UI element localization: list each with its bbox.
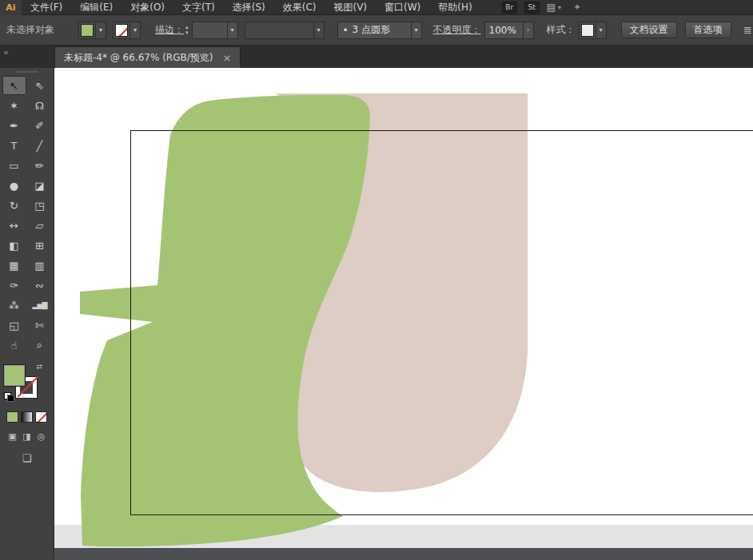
eyedropper-tool-icon: ✑ [10, 280, 18, 292]
blend-tool-icon: ∾ [35, 280, 44, 292]
stroke-label[interactable]: 描边： [155, 23, 184, 37]
hand-tool[interactable]: ☝ [2, 336, 26, 355]
perspective-grid-tool[interactable]: ⊞ [28, 236, 52, 255]
style-swatch [581, 24, 594, 37]
fill-swatch[interactable] [4, 365, 25, 386]
zoom-tool[interactable]: ⌕ [28, 336, 52, 355]
swap-fill-stroke-icon[interactable]: ⇄ [36, 363, 42, 371]
slice-tool-icon: ✄ [35, 320, 44, 332]
free-transform-tool[interactable]: ▱ [28, 216, 52, 235]
default-fill-stroke-icon[interactable] [4, 392, 14, 401]
screen-mode-icon: ❏ [22, 452, 32, 464]
share-icon[interactable]: ✦ [573, 2, 581, 13]
canvas-area[interactable] [54, 68, 753, 560]
mesh-tool[interactable]: ▦ [2, 256, 26, 275]
symbol-sprayer-tool[interactable]: ⁂ [2, 296, 26, 315]
eyedropper-tool[interactable]: ✑ [2, 276, 26, 295]
menu-effect[interactable]: 效果(C) [274, 0, 325, 15]
clipped-panel-icon[interactable]: ≣ [743, 24, 752, 36]
brush-select[interactable]: • 3 点圆形 ▾ [337, 22, 422, 39]
fill-color-swatch [81, 24, 94, 37]
type-tool[interactable]: T [2, 136, 26, 155]
draw-behind-icon[interactable]: ◨ [22, 431, 33, 442]
document-setup-button[interactable]: 文档设置 [621, 22, 677, 38]
artboard-tool[interactable]: ◱ [2, 316, 26, 335]
menu-select[interactable]: 选择(S) [224, 0, 274, 15]
column-graph-tool[interactable]: ▂▅▇ [28, 296, 52, 315]
selection-tool[interactable]: ↖ [2, 76, 26, 95]
scale-tool-icon: ◳ [34, 200, 44, 212]
pen-tool-icon: ✒ [10, 120, 18, 132]
menu-type[interactable]: 文字(T) [173, 0, 224, 15]
rotate-tool[interactable]: ↻ [2, 196, 26, 215]
pen-tool[interactable]: ✒ [2, 116, 26, 135]
document-tab[interactable]: 未标题-4* @ 66.67% (RGB/预览) × [54, 46, 241, 68]
pencil-tool[interactable]: ✏ [28, 156, 52, 175]
screen-mode-button[interactable]: ❏ [22, 452, 32, 464]
lasso-tool[interactable]: ☊ [28, 96, 52, 115]
rectangle-tool[interactable]: ▭ [2, 156, 26, 175]
line-segment-tool-icon: ╱ [37, 140, 43, 152]
stroke-color-picker[interactable]: ▾ [113, 22, 141, 39]
slice-tool[interactable]: ✄ [28, 316, 52, 335]
collapse-panel-icon[interactable]: « [3, 47, 9, 58]
menu-window[interactable]: 窗口(W) [376, 0, 429, 15]
opacity-label[interactable]: 不透明度： [433, 23, 481, 37]
direct-selection-tool[interactable]: ⇖ [28, 76, 52, 95]
color-button[interactable] [6, 411, 18, 423]
free-transform-tool-icon: ▱ [36, 220, 44, 232]
none-button[interactable] [35, 411, 47, 423]
canvas-bottom-strip [54, 548, 753, 560]
preferences-button[interactable]: 首选项 [685, 22, 731, 38]
menu-help[interactable]: 帮助(H) [429, 0, 480, 15]
stock-button[interactable]: St [524, 2, 540, 14]
shape-builder-tool[interactable]: ◧ [2, 236, 26, 255]
gradient-tool[interactable]: ▥ [28, 256, 52, 275]
mesh-tool-icon: ▦ [9, 260, 18, 272]
symbol-sprayer-tool-icon: ⁂ [9, 300, 19, 312]
stroke-weight-stepper[interactable]: ▴ ▾ [185, 25, 189, 36]
gradient-button[interactable] [21, 411, 33, 423]
menu-edit[interactable]: 编辑(E) [71, 0, 122, 15]
scale-tool[interactable]: ◳ [28, 196, 52, 215]
stroke-weight-select[interactable]: ▾ [192, 22, 238, 39]
width-tool[interactable]: ↔ [2, 216, 26, 235]
eraser-tool[interactable]: ◪ [28, 176, 52, 195]
draw-inside-icon[interactable]: ◎ [36, 431, 47, 442]
chevron-down-icon: ▾ [95, 22, 106, 38]
document-canvas[interactable] [54, 68, 753, 560]
draw-normal-icon[interactable]: ▣ [7, 431, 18, 442]
magic-wand-tool-icon: ✶ [10, 100, 18, 112]
blob-brush-tool[interactable]: ● [2, 176, 26, 195]
bridge-button[interactable]: Br [502, 2, 517, 14]
blend-tool[interactable]: ∾ [28, 276, 52, 295]
menu-items: 文件(F) 编辑(E) 对象(O) 文字(T) 选择(S) 效果(C) 视图(V… [22, 0, 481, 15]
magic-wand-tool[interactable]: ✶ [2, 96, 26, 115]
opacity-select[interactable]: 100% › [484, 22, 534, 39]
paintbrush-tool[interactable]: ✐ [28, 116, 52, 135]
main-area: ↖ ⇖ ✶ ☊ ✒ ✐ T ╱ ▭ ✏ ● ◪ ↻ ◳ ↔ ▱ ◧ ⊞ ▦ ▥ [0, 68, 753, 560]
artboard-tool-icon: ◱ [9, 320, 18, 332]
menu-view[interactable]: 视图(V) [325, 0, 376, 15]
tools-panel: ↖ ⇖ ✶ ☊ ✒ ✐ T ╱ ▭ ✏ ● ◪ ↻ ◳ ↔ ▱ ◧ ⊞ ▦ ▥ [0, 68, 54, 560]
toolbar-grip[interactable] [17, 71, 38, 73]
menu-object[interactable]: 对象(O) [122, 0, 173, 15]
line-segment-tool[interactable]: ╱ [28, 136, 52, 155]
style-label: 样式： [547, 23, 576, 37]
stroke-none-swatch [115, 24, 128, 37]
color-type-buttons [6, 411, 47, 423]
workspace-switcher[interactable]: ▤ ▾ [547, 2, 561, 13]
hand-tool-icon: ☝ [11, 340, 18, 351]
column-graph-tool-icon: ▂▅▇ [33, 301, 47, 309]
chevron-down-icon: ▾ [596, 22, 606, 38]
tab-close-icon[interactable]: × [222, 53, 231, 63]
selection-tool-icon: ↖ [10, 80, 18, 92]
chevron-right-icon: › [523, 22, 533, 38]
style-picker[interactable]: ▾ [579, 22, 607, 39]
control-bar: 未选择对象 ▾ ▾ 描边： ▴ ▾ ▾ ▾ • 3 点圆形 ▾ 不透明度： 1 [0, 15, 753, 46]
width-profile-select[interactable]: ▾ [245, 22, 325, 39]
fill-color-picker[interactable]: ▾ [78, 22, 106, 39]
workspace-layout-icon: ▤ [547, 2, 556, 13]
menu-file[interactable]: 文件(F) [22, 0, 71, 15]
tool-grid: ↖ ⇖ ✶ ☊ ✒ ✐ T ╱ ▭ ✏ ● ◪ ↻ ◳ ↔ ▱ ◧ ⊞ ▦ ▥ [2, 76, 52, 355]
